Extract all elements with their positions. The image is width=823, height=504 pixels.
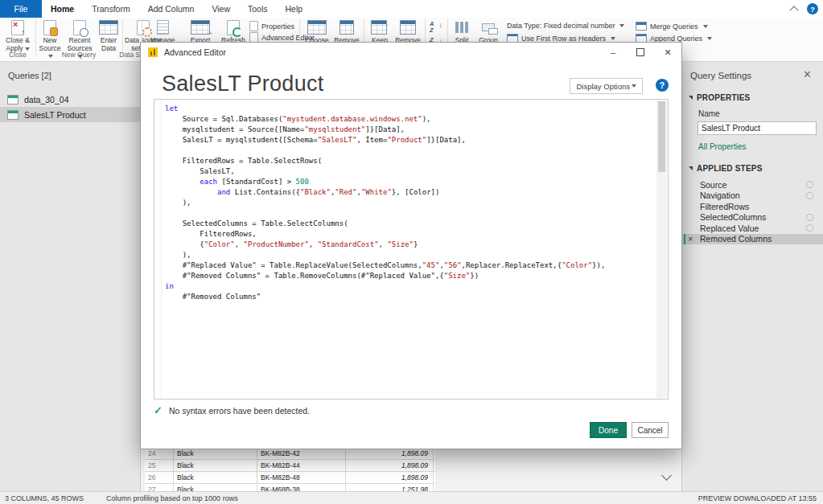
close-panel-icon[interactable]: ✕ <box>803 69 812 80</box>
tab-add-column[interactable]: Add Column <box>139 0 204 18</box>
refresh-preview-button[interactable]: Refresh <box>220 19 246 45</box>
done-button[interactable]: Done <box>590 422 627 438</box>
gear-icon[interactable] <box>806 181 813 188</box>
group-by-button[interactable]: Group <box>475 19 502 45</box>
gear-icon[interactable] <box>806 214 813 221</box>
new-source-icon <box>43 20 56 35</box>
tab-help[interactable]: Help <box>277 0 312 18</box>
tab-tools[interactable]: Tools <box>239 0 277 18</box>
display-options-dropdown[interactable]: Display Options <box>570 78 643 94</box>
queries-panel-title: Queries [2] <box>0 61 140 80</box>
code-line: mysqlstudent = Source{[Name="mysqlstuden… <box>165 125 653 135</box>
minimize-button[interactable]: – <box>599 43 627 62</box>
close-dialog-button[interactable]: ✕ <box>654 43 681 62</box>
code-line: {"Color", "ProductNumber", "StandardCost… <box>165 240 653 250</box>
tab-home[interactable]: Home <box>42 0 83 18</box>
choose-columns-button[interactable]: Choose <box>302 19 331 45</box>
step-label: SelectedColumns <box>700 212 806 222</box>
code-line: let <box>165 104 653 114</box>
choose-columns-icon <box>307 20 327 35</box>
collapse-ribbon-icon[interactable] <box>789 6 798 14</box>
syntax-status: ✓ No syntax errors have been detected. <box>154 404 310 416</box>
scroll-down-icon[interactable] <box>661 470 672 481</box>
gear-icon[interactable] <box>806 224 813 232</box>
table-row[interactable]: 25BlackBK-M82B-441,898.09 <box>145 460 435 472</box>
keep-rows-icon <box>371 20 387 35</box>
remove-rows-button[interactable]: × Remove <box>394 19 422 45</box>
applied-step-selectedcolumns[interactable]: SelectedColumns <box>682 212 823 223</box>
tab-transform[interactable]: Transform <box>83 0 138 18</box>
remove-columns-button[interactable]: × Remove <box>333 19 360 45</box>
status-profiling[interactable]: Column profiling based on top 1000 rows <box>106 494 238 502</box>
applied-step-source[interactable]: Source <box>682 179 823 191</box>
code-line: FilteredRows, <box>165 229 653 240</box>
export-query-icon: → <box>191 20 210 35</box>
maximize-icon <box>636 48 644 56</box>
applied-step-navigation[interactable]: Navigation <box>682 191 823 202</box>
maximize-button[interactable] <box>627 43 654 62</box>
applied-step-replaced-value[interactable]: Replaced Value <box>682 223 823 234</box>
remove-columns-icon <box>339 20 354 35</box>
table-row[interactable]: 26BlackBK-M82B-481,898.09 <box>145 472 435 484</box>
step-label: Navigation <box>700 191 806 200</box>
enter-data-icon <box>99 20 118 35</box>
code-line: ), <box>165 198 653 208</box>
code-line: ), <box>165 250 653 260</box>
gear-icon[interactable] <box>806 192 813 199</box>
code-line: SalesLT = mysqlstudent{[Schema="SalesLT"… <box>165 135 653 145</box>
applied-steps-section-header[interactable]: APPLIED STEPS <box>689 164 823 173</box>
query-item[interactable]: data_30_04 <box>0 92 140 107</box>
dialog-query-heading: SalesLT Product <box>162 72 324 96</box>
query-name-input[interactable]: SalesLT Product <box>697 121 817 135</box>
split-column-button[interactable]: Split <box>451 19 473 45</box>
remove-rows-icon <box>400 20 416 35</box>
table-icon <box>7 95 19 104</box>
all-properties-link[interactable]: All Properties <box>698 142 823 151</box>
data-type-dropdown[interactable]: Data Type: Fixed decimal number <box>507 22 624 30</box>
applied-step-removed-columns[interactable]: ×Removed Columns <box>682 234 823 245</box>
cancel-button[interactable]: Cancel <box>632 422 669 438</box>
properties-section-header[interactable]: PROPERTIES <box>689 93 823 102</box>
manage-parameters-button[interactable]: Manage <box>146 19 179 45</box>
code-line: SalesLT, <box>165 166 653 177</box>
sort-ascending-button[interactable]: AZ↓ <box>430 19 441 35</box>
m-code-editor[interactable]: let Source = Sql.Databases("mystudent.da… <box>154 99 669 400</box>
keep-rows-button[interactable]: ✓ Keep <box>367 19 393 45</box>
code-line: Source = Sql.Databases("mystudent.databa… <box>165 114 653 125</box>
applied-step-filteredrows[interactable]: FilteredRows <box>682 201 823 212</box>
delete-step-icon[interactable]: × <box>688 235 693 244</box>
query-item-label: SalesLT Product <box>24 110 86 120</box>
code-scrollbar[interactable] <box>656 100 667 398</box>
enter-data-button[interactable]: Enter Data <box>97 19 121 52</box>
status-columns-rows: 3 COLUMNS, 45 ROWS <box>5 494 84 502</box>
code-scrollbar-thumb[interactable] <box>658 101 665 172</box>
table-cell: Black <box>174 448 257 459</box>
close-and-apply-button[interactable]: ×↑ Close & Apply <box>2 19 34 52</box>
dialog-title: Advanced Editor <box>164 47 226 57</box>
step-label: Removed Columns <box>700 234 823 244</box>
step-label: FilteredRows <box>700 202 823 211</box>
table-cell: BK-M82B-44 <box>257 460 346 471</box>
advanced-editor-dialog: Advanced Editor – ✕ SalesLT Product Disp… <box>140 42 682 449</box>
table-cell: Black <box>174 472 257 483</box>
manage-icon <box>157 20 169 35</box>
tab-file[interactable]: File <box>0 0 42 18</box>
recent-sources-icon <box>73 20 86 35</box>
merge-queries-button[interactable]: Merge Queries <box>636 22 708 31</box>
table-cell: 1,898.09 <box>346 472 434 483</box>
check-icon: ✓ <box>154 404 163 416</box>
merge-queries-icon <box>636 22 647 31</box>
dialog-titlebar[interactable]: Advanced Editor – ✕ <box>141 43 681 62</box>
properties-button[interactable]: Properties <box>249 21 294 31</box>
ribbon-tab-bar: File Home Transform Add Column View Tool… <box>0 0 823 18</box>
status-bar: 3 COLUMNS, 45 ROWS Column profiling base… <box>0 491 823 504</box>
help-icon[interactable]: ? <box>807 3 818 14</box>
table-cell: BK-M82B-48 <box>257 472 346 483</box>
tab-view[interactable]: View <box>203 0 239 18</box>
code-line <box>165 208 653 219</box>
table-row[interactable]: 24BlackBK-M82B-421,898.09 <box>145 448 435 460</box>
query-item[interactable]: SalesLT Product <box>0 107 140 122</box>
dialog-help-icon[interactable]: ? <box>656 79 669 92</box>
code-line: #"Removed Columns" <box>165 292 653 302</box>
code-line: #"Replaced Value" = Table.ReplaceValue(S… <box>165 260 653 271</box>
